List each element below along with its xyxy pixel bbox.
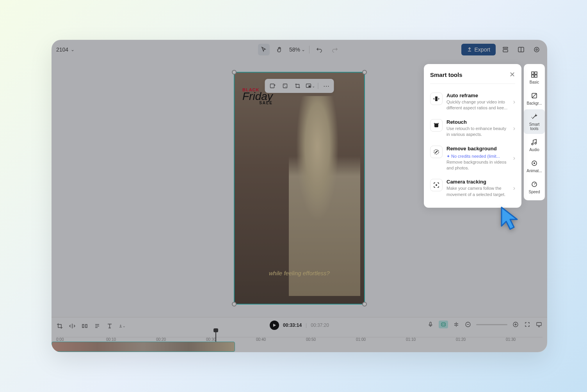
- zoom-out-icon[interactable]: [464, 321, 471, 328]
- sidebar-item-audio[interactable]: Audio: [524, 135, 545, 155]
- svg-rect-25: [82, 324, 84, 328]
- chevron-right-icon: ›: [513, 125, 515, 132]
- sidebar-item-background[interactable]: Backgr...: [524, 88, 545, 109]
- fullscreen-icon[interactable]: [524, 321, 531, 328]
- split-icon[interactable]: [81, 323, 88, 330]
- video-clip[interactable]: [52, 342, 235, 352]
- svg-rect-15: [535, 75, 537, 77]
- smart-tools-panel: Smart tools ✕ Auto reframe Quickly chang…: [424, 64, 521, 208]
- svg-rect-21: [435, 96, 438, 101]
- resize-handle[interactable]: [232, 302, 237, 306]
- svg-point-30: [444, 324, 445, 325]
- svg-line-17: [532, 94, 536, 98]
- redo-button: [329, 44, 341, 55]
- sidebar-item-basic[interactable]: Basic: [524, 67, 545, 87]
- resize-handle[interactable]: [362, 70, 367, 75]
- retouch-icon: [430, 119, 443, 132]
- tutorial-cursor-icon: [498, 206, 522, 234]
- svg-point-8: [284, 85, 285, 86]
- upload-icon: [467, 47, 472, 52]
- aspect-icon[interactable]: [281, 81, 290, 91]
- svg-point-5: [536, 49, 537, 50]
- mic-icon[interactable]: [427, 321, 434, 328]
- export-button[interactable]: Export: [461, 44, 496, 55]
- chevron-right-icon: ›: [513, 185, 515, 192]
- layers-icon[interactable]: [500, 44, 511, 55]
- chevron-down-icon[interactable]: ⌄: [71, 47, 75, 52]
- monitor-icon[interactable]: [535, 321, 543, 328]
- tool-retouch[interactable]: Retouch Use retouch to enhance beauty in…: [430, 115, 515, 142]
- resize-handle[interactable]: [232, 70, 237, 75]
- svg-point-19: [534, 162, 535, 164]
- resize-handle[interactable]: [362, 302, 367, 306]
- svg-rect-36: [537, 323, 541, 326]
- svg-rect-1: [503, 50, 508, 52]
- flip-icon[interactable]: [69, 323, 76, 330]
- music-icon: [530, 138, 539, 146]
- sidebar-item-smart-tools[interactable]: Smart tools: [524, 109, 545, 134]
- svg-rect-12: [532, 72, 534, 74]
- svg-rect-28: [441, 323, 445, 326]
- circle-icon: [530, 159, 539, 167]
- svg-rect-0: [503, 47, 508, 48]
- zoom-dropdown[interactable]: 58%⌄: [289, 46, 305, 53]
- right-sidebar: Basic Backgr... Smart tools Audio Animat…: [524, 64, 545, 200]
- eraser-icon: [430, 146, 443, 158]
- hand-tool-button[interactable]: [274, 44, 285, 55]
- crop-icon[interactable]: [293, 81, 302, 91]
- ai-badge-icon[interactable]: [439, 321, 448, 328]
- split-view-icon[interactable]: [515, 44, 527, 55]
- text-icon[interactable]: [106, 323, 113, 330]
- gauge-icon: [530, 180, 539, 189]
- tool-auto-reframe[interactable]: Auto reframe Quickly change your video i…: [430, 89, 515, 115]
- diagonal-icon: [530, 91, 539, 100]
- video-frame[interactable]: ⌄ ⋯ BLACK Friday SALE while feeling effo…: [234, 72, 365, 305]
- sidebar-item-speed[interactable]: Speed: [524, 177, 545, 197]
- play-button[interactable]: [270, 321, 279, 330]
- chevron-right-icon: ›: [513, 155, 515, 162]
- svg-rect-13: [535, 72, 537, 74]
- svg-rect-26: [85, 324, 87, 328]
- floating-toolbar: ⌄ ⋯: [265, 79, 334, 93]
- align-icon[interactable]: [453, 321, 460, 328]
- sidebar-item-animation[interactable]: Animat...: [524, 156, 545, 176]
- svg-rect-27: [430, 322, 431, 325]
- pip-icon[interactable]: ⌄: [306, 81, 315, 91]
- download-icon[interactable]: ⌄: [119, 323, 126, 330]
- settings-icon[interactable]: [531, 44, 543, 55]
- close-icon[interactable]: ✕: [509, 70, 515, 79]
- current-time: 00:33:14: [283, 323, 302, 328]
- zoom-slider[interactable]: [476, 324, 507, 325]
- svg-point-9: [286, 86, 286, 87]
- svg-point-4: [534, 47, 539, 52]
- more-icon[interactable]: ⋯: [322, 81, 331, 91]
- caption-text: while feeling effortless?: [235, 270, 364, 276]
- cursor-tool-button[interactable]: [258, 44, 270, 55]
- grid-icon: [530, 70, 539, 79]
- tool-camera-tracking[interactable]: Camera tracking Make your camera follow …: [430, 175, 515, 201]
- panel-title: Smart tools: [430, 71, 462, 78]
- svg-rect-14: [532, 75, 534, 77]
- credits-badge: ✦ No credits needed (limit...: [446, 154, 500, 159]
- chevron-right-icon: ›: [513, 98, 515, 105]
- zoom-in-icon[interactable]: [512, 321, 519, 328]
- svg-point-29: [442, 324, 443, 325]
- wand-icon: [530, 112, 539, 121]
- overlay-badge: BLACK Friday SALE: [242, 87, 273, 105]
- tracking-icon: [430, 179, 443, 191]
- svg-point-24: [436, 184, 437, 186]
- tool-remove-background[interactable]: Remove background ✦ No credits needed (l…: [430, 142, 515, 175]
- crop-tool-icon[interactable]: [56, 323, 63, 330]
- svg-rect-22: [434, 123, 438, 127]
- top-toolbar: 2104 ⌄ 58%⌄ Export: [52, 40, 547, 59]
- total-time: 00:37:20: [311, 323, 329, 328]
- project-id: 2104: [56, 46, 68, 53]
- timeline: ⌄ 00:33:14 | 00:37:20 0:0000:1000:2000:3…: [52, 317, 547, 352]
- undo-button[interactable]: [313, 44, 325, 55]
- svg-rect-7: [283, 84, 287, 88]
- svg-rect-11: [309, 86, 311, 87]
- list-icon[interactable]: [94, 323, 101, 330]
- reframe-icon: [430, 93, 443, 105]
